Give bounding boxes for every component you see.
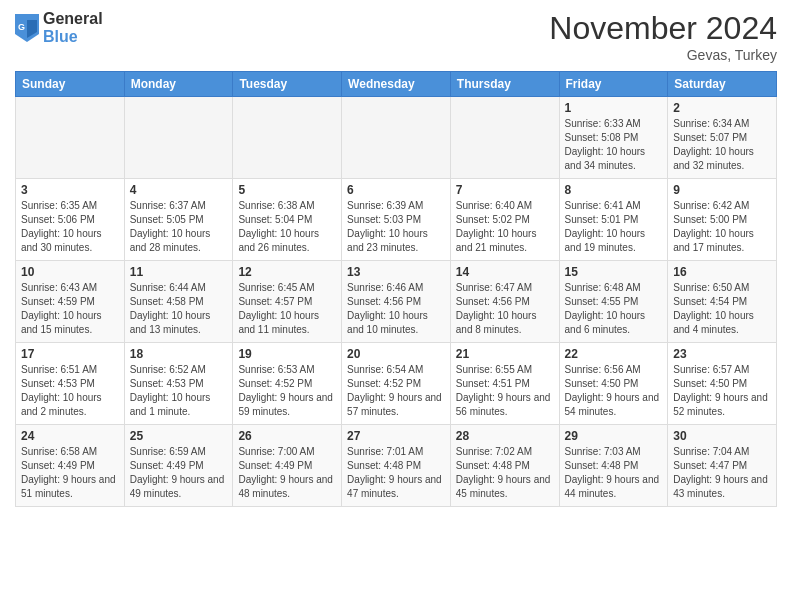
col-sunday: Sunday xyxy=(16,72,125,97)
col-friday: Friday xyxy=(559,72,668,97)
col-saturday: Saturday xyxy=(668,72,777,97)
calendar-cell: 20Sunrise: 6:54 AM Sunset: 4:52 PM Dayli… xyxy=(342,343,451,425)
day-number: 14 xyxy=(456,265,554,279)
day-number: 1 xyxy=(565,101,663,115)
day-number: 24 xyxy=(21,429,119,443)
calendar-cell: 7Sunrise: 6:40 AM Sunset: 5:02 PM Daylig… xyxy=(450,179,559,261)
day-number: 9 xyxy=(673,183,771,197)
day-info: Sunrise: 6:33 AM Sunset: 5:08 PM Dayligh… xyxy=(565,117,663,173)
logo-icon: G xyxy=(15,14,39,42)
calendar-table: Sunday Monday Tuesday Wednesday Thursday… xyxy=(15,71,777,507)
day-info: Sunrise: 6:52 AM Sunset: 4:53 PM Dayligh… xyxy=(130,363,228,419)
calendar-cell: 17Sunrise: 6:51 AM Sunset: 4:53 PM Dayli… xyxy=(16,343,125,425)
calendar-cell: 14Sunrise: 6:47 AM Sunset: 4:56 PM Dayli… xyxy=(450,261,559,343)
calendar-cell: 16Sunrise: 6:50 AM Sunset: 4:54 PM Dayli… xyxy=(668,261,777,343)
calendar-body: 1Sunrise: 6:33 AM Sunset: 5:08 PM Daylig… xyxy=(16,97,777,507)
day-info: Sunrise: 6:34 AM Sunset: 5:07 PM Dayligh… xyxy=(673,117,771,173)
calendar-week-4: 17Sunrise: 6:51 AM Sunset: 4:53 PM Dayli… xyxy=(16,343,777,425)
calendar-header: Sunday Monday Tuesday Wednesday Thursday… xyxy=(16,72,777,97)
col-monday: Monday xyxy=(124,72,233,97)
day-number: 26 xyxy=(238,429,336,443)
logo-blue-text: Blue xyxy=(43,28,103,46)
day-info: Sunrise: 6:47 AM Sunset: 4:56 PM Dayligh… xyxy=(456,281,554,337)
day-number: 20 xyxy=(347,347,445,361)
day-info: Sunrise: 6:45 AM Sunset: 4:57 PM Dayligh… xyxy=(238,281,336,337)
calendar-week-1: 1Sunrise: 6:33 AM Sunset: 5:08 PM Daylig… xyxy=(16,97,777,179)
day-number: 23 xyxy=(673,347,771,361)
calendar-cell: 12Sunrise: 6:45 AM Sunset: 4:57 PM Dayli… xyxy=(233,261,342,343)
day-number: 16 xyxy=(673,265,771,279)
day-info: Sunrise: 6:54 AM Sunset: 4:52 PM Dayligh… xyxy=(347,363,445,419)
day-number: 10 xyxy=(21,265,119,279)
day-info: Sunrise: 6:35 AM Sunset: 5:06 PM Dayligh… xyxy=(21,199,119,255)
day-number: 5 xyxy=(238,183,336,197)
day-info: Sunrise: 7:01 AM Sunset: 4:48 PM Dayligh… xyxy=(347,445,445,501)
day-info: Sunrise: 6:56 AM Sunset: 4:50 PM Dayligh… xyxy=(565,363,663,419)
day-number: 11 xyxy=(130,265,228,279)
calendar-cell: 21Sunrise: 6:55 AM Sunset: 4:51 PM Dayli… xyxy=(450,343,559,425)
day-info: Sunrise: 7:00 AM Sunset: 4:49 PM Dayligh… xyxy=(238,445,336,501)
day-info: Sunrise: 6:38 AM Sunset: 5:04 PM Dayligh… xyxy=(238,199,336,255)
logo: G General Blue xyxy=(15,10,103,45)
calendar-cell: 27Sunrise: 7:01 AM Sunset: 4:48 PM Dayli… xyxy=(342,425,451,507)
day-info: Sunrise: 7:04 AM Sunset: 4:47 PM Dayligh… xyxy=(673,445,771,501)
day-info: Sunrise: 6:42 AM Sunset: 5:00 PM Dayligh… xyxy=(673,199,771,255)
calendar-cell: 9Sunrise: 6:42 AM Sunset: 5:00 PM Daylig… xyxy=(668,179,777,261)
day-info: Sunrise: 6:37 AM Sunset: 5:05 PM Dayligh… xyxy=(130,199,228,255)
day-number: 30 xyxy=(673,429,771,443)
day-number: 22 xyxy=(565,347,663,361)
logo-general-text: General xyxy=(43,10,103,28)
calendar-cell: 1Sunrise: 6:33 AM Sunset: 5:08 PM Daylig… xyxy=(559,97,668,179)
calendar-cell: 15Sunrise: 6:48 AM Sunset: 4:55 PM Dayli… xyxy=(559,261,668,343)
calendar-week-5: 24Sunrise: 6:58 AM Sunset: 4:49 PM Dayli… xyxy=(16,425,777,507)
calendar-cell: 8Sunrise: 6:41 AM Sunset: 5:01 PM Daylig… xyxy=(559,179,668,261)
day-number: 6 xyxy=(347,183,445,197)
day-number: 17 xyxy=(21,347,119,361)
calendar-cell: 30Sunrise: 7:04 AM Sunset: 4:47 PM Dayli… xyxy=(668,425,777,507)
day-info: Sunrise: 7:03 AM Sunset: 4:48 PM Dayligh… xyxy=(565,445,663,501)
calendar-week-2: 3Sunrise: 6:35 AM Sunset: 5:06 PM Daylig… xyxy=(16,179,777,261)
month-title: November 2024 xyxy=(549,10,777,47)
header-row: Sunday Monday Tuesday Wednesday Thursday… xyxy=(16,72,777,97)
calendar-cell: 29Sunrise: 7:03 AM Sunset: 4:48 PM Dayli… xyxy=(559,425,668,507)
calendar-cell xyxy=(124,97,233,179)
day-number: 28 xyxy=(456,429,554,443)
day-number: 27 xyxy=(347,429,445,443)
col-wednesday: Wednesday xyxy=(342,72,451,97)
day-info: Sunrise: 6:44 AM Sunset: 4:58 PM Dayligh… xyxy=(130,281,228,337)
day-info: Sunrise: 6:40 AM Sunset: 5:02 PM Dayligh… xyxy=(456,199,554,255)
day-number: 13 xyxy=(347,265,445,279)
logo-text: General Blue xyxy=(43,10,103,45)
day-number: 19 xyxy=(238,347,336,361)
calendar-cell xyxy=(16,97,125,179)
day-info: Sunrise: 6:50 AM Sunset: 4:54 PM Dayligh… xyxy=(673,281,771,337)
day-info: Sunrise: 7:02 AM Sunset: 4:48 PM Dayligh… xyxy=(456,445,554,501)
calendar-cell: 10Sunrise: 6:43 AM Sunset: 4:59 PM Dayli… xyxy=(16,261,125,343)
day-info: Sunrise: 6:58 AM Sunset: 4:49 PM Dayligh… xyxy=(21,445,119,501)
page: G General Blue November 2024 Gevas, Turk… xyxy=(0,0,792,612)
calendar-cell: 3Sunrise: 6:35 AM Sunset: 5:06 PM Daylig… xyxy=(16,179,125,261)
title-block: November 2024 Gevas, Turkey xyxy=(549,10,777,63)
calendar-cell: 26Sunrise: 7:00 AM Sunset: 4:49 PM Dayli… xyxy=(233,425,342,507)
calendar-cell: 25Sunrise: 6:59 AM Sunset: 4:49 PM Dayli… xyxy=(124,425,233,507)
calendar-cell xyxy=(450,97,559,179)
calendar-cell: 19Sunrise: 6:53 AM Sunset: 4:52 PM Dayli… xyxy=(233,343,342,425)
calendar-cell: 4Sunrise: 6:37 AM Sunset: 5:05 PM Daylig… xyxy=(124,179,233,261)
col-thursday: Thursday xyxy=(450,72,559,97)
calendar-cell: 2Sunrise: 6:34 AM Sunset: 5:07 PM Daylig… xyxy=(668,97,777,179)
day-number: 3 xyxy=(21,183,119,197)
calendar-cell: 24Sunrise: 6:58 AM Sunset: 4:49 PM Dayli… xyxy=(16,425,125,507)
day-info: Sunrise: 6:46 AM Sunset: 4:56 PM Dayligh… xyxy=(347,281,445,337)
day-number: 29 xyxy=(565,429,663,443)
col-tuesday: Tuesday xyxy=(233,72,342,97)
day-info: Sunrise: 6:53 AM Sunset: 4:52 PM Dayligh… xyxy=(238,363,336,419)
day-info: Sunrise: 6:51 AM Sunset: 4:53 PM Dayligh… xyxy=(21,363,119,419)
day-info: Sunrise: 6:55 AM Sunset: 4:51 PM Dayligh… xyxy=(456,363,554,419)
day-number: 7 xyxy=(456,183,554,197)
day-number: 21 xyxy=(456,347,554,361)
day-info: Sunrise: 6:59 AM Sunset: 4:49 PM Dayligh… xyxy=(130,445,228,501)
calendar-cell: 6Sunrise: 6:39 AM Sunset: 5:03 PM Daylig… xyxy=(342,179,451,261)
day-number: 8 xyxy=(565,183,663,197)
day-info: Sunrise: 6:48 AM Sunset: 4:55 PM Dayligh… xyxy=(565,281,663,337)
calendar-cell: 5Sunrise: 6:38 AM Sunset: 5:04 PM Daylig… xyxy=(233,179,342,261)
